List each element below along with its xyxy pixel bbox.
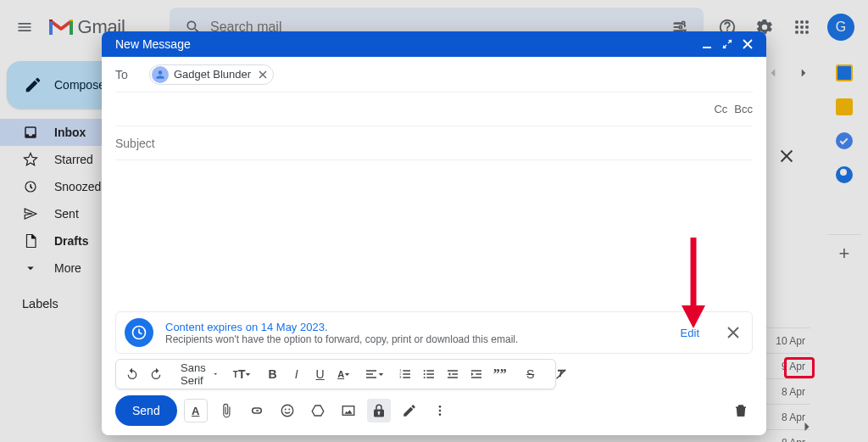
next-page-button[interactable] [790,59,817,87]
keep-addon-icon[interactable] [836,98,853,115]
star-icon [22,152,39,167]
inbox-icon [22,125,39,140]
to-row: To Gadget Blunder [115,57,753,92]
svg-point-27 [438,410,441,412]
sidebar-item-label: Starred [54,153,93,166]
tasks-addon-icon[interactable] [836,132,853,149]
gmail-m-icon [49,18,73,36]
compose-label: Compose [54,78,105,92]
expand-panel-icon[interactable] [798,418,815,435]
insert-signature-button[interactable] [398,399,421,422]
message-body[interactable] [115,160,753,311]
close-compose-button[interactable] [737,34,758,54]
recipient-chip[interactable]: Gadget Blunder [149,64,274,85]
svg-point-26 [438,406,441,408]
minimize-button[interactable] [697,34,717,54]
svg-point-10 [795,31,798,34]
send-button[interactable]: Send [115,395,177,426]
subject-row [115,126,753,160]
svg-point-4 [795,20,798,24]
svg-point-19 [423,370,425,372]
sidebar-item-label: Inbox [54,126,86,139]
svg-point-9 [805,25,809,29]
confidential-mode-banner: Content expires on 14 May 2023. Recipien… [115,311,753,354]
contacts-addon-icon[interactable] [836,166,853,183]
insert-drive-button[interactable] [306,399,330,422]
sidebar-item-label: Snoozed [54,180,101,193]
svg-point-0 [682,21,685,24]
compose-title: New Message [115,37,191,51]
underline-button[interactable]: U [309,362,331,386]
bold-button[interactable]: B [262,362,284,386]
confidential-text: Content expires on 14 May 2023. Recipien… [165,321,518,345]
font-size-button[interactable]: TT [231,362,253,386]
undo-button[interactable] [121,362,143,386]
svg-point-20 [423,373,425,375]
main-menu-button[interactable] [7,7,42,48]
drafts-icon [22,233,39,249]
remove-formatting-button[interactable] [550,362,572,386]
pager [760,59,817,87]
calendar-addon-icon[interactable] [836,64,853,81]
compose-header[interactable]: New Message [102,31,766,57]
apps-grid-icon[interactable] [785,10,819,44]
fullscreen-button[interactable] [717,34,737,54]
bulleted-list-button[interactable] [418,362,440,386]
sidebar-item-label: Sent [54,207,79,221]
svg-point-22 [281,405,293,417]
bcc-button[interactable]: Bcc [734,103,753,115]
clock-icon [22,179,39,194]
insert-link-button[interactable] [245,399,269,422]
svg-point-5 [800,20,804,24]
confidential-note: Recipients won't have the option to forw… [165,333,518,345]
attach-file-button[interactable] [214,399,238,422]
svg-point-7 [795,25,798,29]
numbered-list-button[interactable]: 123 [394,362,416,386]
recipient-avatar-icon [152,66,169,83]
redo-button[interactable] [145,362,167,386]
compose-dialog: New Message To Gadget Blunder Cc Bcc [102,31,766,435]
svg-rect-14 [703,47,711,48]
sent-icon [22,206,39,221]
quote-button[interactable]: ”” [489,362,511,386]
formatting-toolbar: Sans Serif TT B I U A 123 ”” S [115,359,556,389]
remove-recipient-button[interactable] [256,68,270,81]
svg-point-24 [288,409,290,411]
cc-button[interactable]: Cc [714,103,727,115]
account-avatar[interactable]: G [827,14,854,41]
cc-bcc-row: Cc Bcc [115,92,753,126]
insert-photo-button[interactable] [337,399,360,422]
indent-more-button[interactable] [465,362,487,386]
svg-text:3: 3 [399,375,402,379]
svg-point-8 [800,25,804,29]
italic-button[interactable]: I [286,362,308,386]
recipient-name: Gadget Blunder [174,68,251,81]
font-family-dropdown[interactable]: Sans Serif [175,361,223,387]
to-label: To [115,68,149,81]
insert-emoji-button[interactable] [275,399,299,422]
text-color-button[interactable]: A [333,362,355,386]
compose-actions: Send A [115,394,753,435]
svg-point-21 [423,377,425,378]
strikethrough-button[interactable]: S [520,362,542,386]
formatting-toggle-button[interactable]: A [184,399,208,422]
svg-point-12 [805,31,809,34]
svg-point-6 [805,20,809,24]
right-sidepanel: + [821,54,868,442]
get-addons-button[interactable]: + [827,234,861,255]
svg-point-28 [438,413,441,416]
confidential-mode-button[interactable] [367,399,391,422]
indent-less-button[interactable] [442,362,464,386]
align-button[interactable] [364,362,386,386]
subject-input[interactable] [115,137,753,150]
chevron-down-icon [22,260,39,276]
more-options-button[interactable] [428,399,452,422]
confidential-dismiss-button[interactable] [723,322,743,343]
confidential-edit-button[interactable]: Edit [676,323,704,343]
sidebar-item-label: More [54,261,81,275]
confidential-clock-icon [125,318,153,347]
discard-draft-button[interactable] [729,399,753,422]
svg-point-23 [285,409,287,411]
close-panel-button[interactable] [770,139,804,173]
confidential-expiry: Content expires on 14 May 2023. [165,321,518,333]
